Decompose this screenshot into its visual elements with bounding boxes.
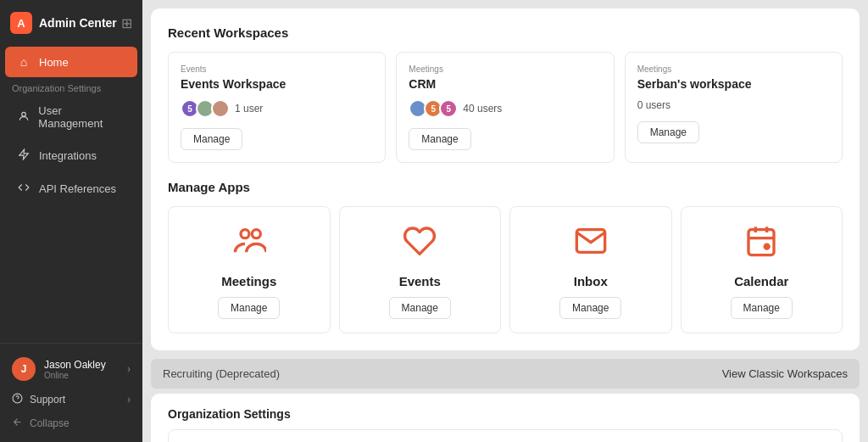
app-card-meetings: Meetings Manage [168,206,331,333]
avatar: 5 [439,99,458,118]
manage-button-inbox[interactable]: Manage [559,297,621,319]
user-item[interactable]: J Jason Oakley Online › [0,350,142,388]
user-count: 1 user [235,103,263,115]
user-info: Jason Oakley Online [44,359,119,380]
manage-apps-title: Manage Apps [168,180,843,194]
apps-grid: Meetings Manage Events Manage [168,206,843,333]
support-label: Support [30,394,65,406]
sidebar-item-user-management[interactable]: User Management [5,96,137,138]
workspace-type: Meetings [409,64,601,74]
meetings-icon [232,224,266,266]
view-classic-link[interactable]: View Classic Workspaces [722,367,848,380]
events-icon [403,224,437,266]
sidebar-item-api-references[interactable]: API References [5,173,137,204]
main-content: Recent Workspaces Events Events Workspac… [142,0,868,442]
user-count: 40 users [463,103,502,115]
user-name: Jason Oakley [44,359,119,371]
calendar-icon [744,224,778,266]
workspace-users: 0 users [637,99,830,111]
support-item[interactable]: Support › [0,388,142,411]
api-icon [17,182,31,196]
svg-point-0 [21,112,25,116]
workspace-name: CRM [409,77,601,91]
workspace-users: 5 5 40 users [409,99,601,118]
app-name: Inbox [574,274,608,288]
sidebar-nav: ⌂ Home Organization Settings User Manage… [0,46,142,343]
collapse-icon [12,417,23,430]
org-settings-title: Organization Settings [168,407,843,421]
grid-icon[interactable]: ⊞ [121,15,132,31]
sidebar-logo: A [10,12,32,34]
workspace-card-events: Events Events Workspace 5 1 user Manage [168,52,386,163]
manage-button-events[interactable]: Manage [389,297,451,319]
sidebar-org-settings-sublabel: Organization Settings [0,78,142,95]
sidebar-title: Admin Center [39,16,117,30]
app-name: Meetings [221,274,276,288]
svg-point-8 [765,244,769,249]
app-card-calendar: Calendar Manage [681,206,843,333]
support-icon [12,393,23,406]
sidebar-item-label: Integrations [39,149,97,162]
avatar-group: 5 [181,99,230,118]
inbox-icon [574,224,608,266]
sidebar-item-label: User Management [38,104,125,130]
sidebar-item-label: Home [39,56,69,69]
chevron-right-icon: › [127,363,131,375]
sidebar-header: A Admin Center ⊞ [0,0,142,46]
sidebar-item-integrations[interactable]: Integrations [5,140,137,171]
workspace-type: Events [181,64,373,74]
collapse-item[interactable]: Collapse [0,411,142,435]
avatar: J [12,357,36,381]
svg-rect-4 [748,230,774,255]
collapse-label: Collapse [30,417,70,429]
org-settings-section: Organization Settings User management › [151,394,860,442]
chevron-right-icon: › [127,394,131,406]
manage-button-crm[interactable]: Manage [409,128,470,150]
avatar-group: 5 5 [409,99,458,118]
apps-section: Manage Apps Meetings Manage [168,180,843,333]
user-count: 0 users [637,99,670,111]
deprecated-label: Recruiting (Deprecated) [163,367,280,380]
svg-point-2 [241,230,249,238]
sidebar: A Admin Center ⊞ ⌂ Home Organization Set… [0,0,142,442]
sidebar-header-left: A Admin Center [10,12,117,34]
workspace-type: Meetings [637,64,830,74]
user-icon [17,110,30,125]
manage-button-calendar[interactable]: Manage [731,297,793,319]
manage-button-meetings[interactable]: Manage [218,297,280,319]
workspace-name: Events Workspace [181,77,373,91]
avatar [211,99,230,118]
workspaces-grid: Events Events Workspace 5 1 user Manage … [168,52,843,163]
workspace-card-serban: Meetings Serban's workspace 0 users Mana… [625,52,843,163]
svg-point-3 [252,230,260,238]
app-name: Calendar [734,274,788,288]
bottom-bar: Recruiting (Deprecated) View Classic Wor… [151,359,860,389]
home-icon: ⌂ [17,55,31,69]
app-name: Events [399,274,441,288]
recent-workspaces-title: Recent Workspaces [168,25,843,40]
app-card-inbox: Inbox Manage [509,206,672,333]
manage-button-events[interactable]: Manage [181,128,242,150]
workspace-users: 5 1 user [181,99,373,118]
user-status: Online [44,371,119,380]
manage-button-serban[interactable]: Manage [637,121,699,143]
sidebar-item-label: API References [39,182,116,195]
workspace-name: Serban's workspace [637,77,830,91]
app-card-events: Events Manage [339,206,502,333]
sidebar-item-home[interactable]: ⌂ Home [5,47,137,77]
workspace-card-crm: Meetings CRM 5 5 40 users Manage [396,52,614,163]
settings-row-user-management[interactable]: User management › [168,429,843,442]
integrations-icon [17,148,31,163]
sidebar-bottom: J Jason Oakley Online › Support › [0,343,142,442]
white-panel: Recent Workspaces Events Events Workspac… [151,8,860,350]
